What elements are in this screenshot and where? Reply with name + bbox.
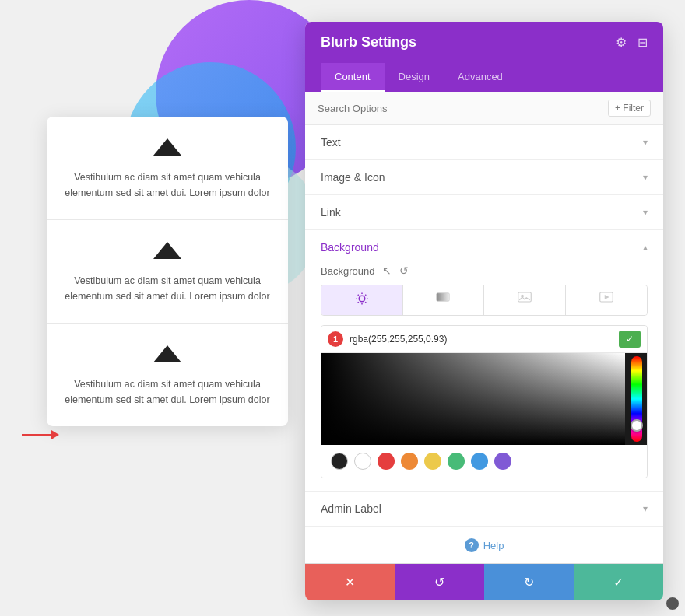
accordion-admin-label-title: Admin Label [321, 502, 381, 515]
accordion-background: Background ▴ Background ↖ ↺ [305, 230, 663, 492]
bg-label: Background [321, 265, 374, 277]
left-panel: Vestibulum ac diam sit amet quam vehicul… [47, 117, 288, 426]
accordion-image-icon: Image & Icon ▾ [305, 160, 663, 195]
hue-thumb [631, 419, 643, 432]
accordion-image-icon-header[interactable]: Image & Icon ▾ [305, 160, 663, 194]
swatch-black[interactable] [331, 453, 348, 470]
accordion-background-title: Background [321, 241, 379, 254]
settings-panel: Blurb Settings ⚙ ⊟ Content Design Advanc… [305, 22, 663, 600]
swatch-green[interactable] [448, 453, 465, 470]
swatch-white[interactable] [354, 453, 371, 470]
svg-point-0 [359, 296, 365, 302]
triangle-icon-1 [153, 138, 181, 156]
accordion-admin-label-header[interactable]: Admin Label ▾ [305, 492, 663, 526]
blurb-card-2: Vestibulum ac diam sit amet quam vehicul… [47, 220, 288, 324]
color-swatches [321, 445, 647, 478]
help-icon: ? [465, 538, 479, 552]
background-section: Background ↖ ↺ [305, 264, 663, 491]
collapse-icon[interactable]: ⊟ [638, 35, 648, 50]
accordion-text-header[interactable]: Text ▾ [305, 125, 663, 159]
reset-button[interactable]: ↺ [395, 564, 484, 600]
accordion-image-icon-title: Image & Icon [321, 171, 385, 184]
bg-type-tabs [321, 285, 648, 316]
color-index-badge: 1 [328, 331, 343, 347]
blurb-card-3: Vestibulum ac diam sit amet quam vehicul… [47, 324, 288, 426]
help-link[interactable]: ? Help [465, 538, 504, 552]
settings-icon[interactable]: ⚙ [616, 35, 627, 50]
bg-type-video[interactable] [566, 285, 648, 315]
bg-type-image[interactable] [484, 285, 566, 315]
swatch-red[interactable] [378, 453, 395, 470]
redo-button[interactable]: ↻ [484, 564, 574, 600]
bottom-toolbar: ✕ ↺ ↻ ✓ [305, 563, 663, 600]
filter-label: + Filter [615, 103, 644, 114]
color-value-input[interactable] [350, 334, 613, 345]
swatch-blue[interactable] [471, 453, 488, 470]
panel-header: Blurb Settings ⚙ ⊟ [305, 22, 663, 63]
accordion-admin-label: Admin Label ▾ [305, 492, 663, 527]
svg-rect-1 [437, 293, 450, 302]
chevron-down-icon: ▾ [643, 137, 648, 148]
panel-header-icons: ⚙ ⊟ [616, 35, 648, 50]
blurb-text-3: Vestibulum ac diam sit amet quam vehicul… [62, 376, 272, 408]
save-button[interactable]: ✓ [574, 564, 663, 600]
chevron-down-icon-2: ▾ [643, 172, 648, 183]
cancel-button[interactable]: ✕ [305, 564, 395, 600]
gradient-overlay [321, 353, 625, 445]
search-input[interactable] [318, 103, 608, 114]
triangle-icon-2 [153, 242, 181, 259]
swatch-orange[interactable] [401, 453, 418, 470]
bg-type-gradient[interactable] [403, 285, 485, 315]
svg-rect-2 [518, 292, 532, 302]
panel-title: Blurb Settings [321, 34, 416, 51]
triangle-icon-3 [153, 345, 181, 362]
color-canvas-wrapper[interactable] [321, 353, 647, 445]
blurb-text-2: Vestibulum ac diam sit amet quam vehicul… [62, 273, 272, 304]
blurb-text-1: Vestibulum ac diam sit amet quam vehicul… [62, 170, 272, 201]
chevron-down-icon-4: ▾ [643, 503, 648, 514]
accordion-link-header[interactable]: Link ▾ [305, 195, 663, 229]
accordion-text-title: Text [321, 136, 341, 149]
resize-handle[interactable] [666, 597, 679, 610]
color-picker: 1 ✓ [321, 325, 648, 478]
swatch-yellow[interactable] [424, 453, 441, 470]
hue-slider[interactable] [631, 356, 642, 442]
tab-content[interactable]: Content [321, 63, 385, 92]
color-confirm-button[interactable]: ✓ [619, 331, 641, 348]
accordion-background-header[interactable]: Background ▴ [305, 230, 663, 264]
tab-advanced[interactable]: Advanced [444, 63, 517, 92]
color-value-row: 1 ✓ [321, 326, 647, 353]
swatch-purple[interactable] [494, 453, 511, 470]
blurb-card-1: Vestibulum ac diam sit amet quam vehicul… [47, 117, 288, 220]
chevron-up-icon: ▴ [643, 242, 648, 253]
chevron-down-icon-3: ▾ [643, 207, 648, 218]
tabs-bar: Content Design Advanced [305, 63, 663, 92]
help-row: ? Help [305, 527, 663, 563]
svg-marker-5 [605, 295, 609, 299]
bg-label-row: Background ↖ ↺ [321, 264, 648, 277]
search-bar: + Filter [305, 92, 663, 125]
help-label: Help [483, 540, 504, 551]
accordion-link-title: Link [321, 206, 341, 219]
accordion-link: Link ▾ [305, 195, 663, 230]
cursor-icon[interactable]: ↖ [382, 264, 392, 277]
bg-type-color[interactable] [321, 285, 403, 315]
accordion-text: Text ▾ [305, 125, 663, 160]
tab-design[interactable]: Design [385, 63, 444, 92]
red-arrow [22, 430, 59, 439]
filter-button[interactable]: + Filter [608, 100, 651, 117]
reset-bg-icon[interactable]: ↺ [399, 264, 409, 277]
